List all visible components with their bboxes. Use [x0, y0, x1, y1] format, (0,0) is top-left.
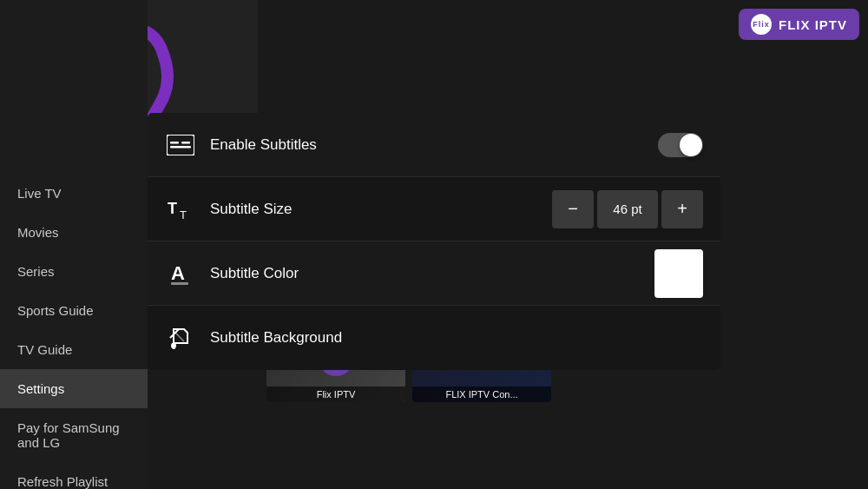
sidebar-item-live-tv[interactable]: Live TV [0, 174, 148, 213]
flix-logo-icon: Flix [751, 14, 772, 35]
size-decrease-button[interactable]: − [552, 190, 594, 228]
svg-rect-3 [170, 146, 191, 149]
sidebar-item-movies[interactable]: Movies [0, 213, 148, 252]
svg-text:A: A [171, 262, 185, 284]
sidebar-item-pay-samsung-lg[interactable]: Pay for SamSung and LG [0, 408, 148, 462]
subtitle-background-label: Subtitle Background [210, 329, 703, 347]
subtitle-color-swatch[interactable] [654, 249, 703, 298]
flix-iptv-logo: Flix FLIX IPTV [739, 9, 859, 40]
paint-bucket-icon [165, 322, 196, 354]
svg-text:T: T [180, 208, 187, 221]
subtitle-color-row: A Subtitle Color [148, 241, 720, 306]
svg-rect-1 [170, 142, 179, 144]
subtitles-icon [165, 129, 196, 161]
svg-rect-2 [181, 142, 190, 144]
subtitle-size-row: T T Subtitle Size − 46 pt + [148, 177, 720, 241]
sidebar-item-settings[interactable]: Settings [0, 369, 148, 408]
subtitle-size-controls: − 46 pt + [552, 190, 703, 228]
size-increase-button[interactable]: + [661, 190, 703, 228]
sidebar-item-refresh-playlist[interactable]: Refresh Playlist [0, 462, 148, 489]
thumbnail-2-label: FLIX IPTV Con... [412, 387, 551, 402]
sidebar: Live TV Movies Series Sports Guide TV Gu… [0, 0, 148, 489]
svg-rect-0 [167, 135, 194, 155]
sidebar-item-series[interactable]: Series [0, 252, 148, 291]
sidebar-item-tv-guide[interactable]: TV Guide [0, 330, 148, 369]
settings-modal: Enable Subtitles T T Subtitle Size − 46 … [148, 113, 720, 370]
thumbnail-1-label: Flix IPTV [266, 387, 405, 402]
svg-text:T: T [168, 200, 177, 217]
subtitle-color-label: Subtitle Color [210, 265, 654, 282]
text-size-icon: T T [165, 194, 196, 225]
sidebar-item-sports-guide[interactable]: Sports Guide [0, 291, 148, 330]
svg-rect-7 [171, 282, 188, 285]
enable-subtitles-toggle[interactable] [658, 133, 703, 157]
color-a-icon: A [165, 258, 196, 289]
enable-subtitles-row: Enable Subtitles [148, 113, 720, 177]
flix-brand-label: FLIX IPTV [779, 17, 847, 32]
enable-subtitles-label: Enable Subtitles [210, 136, 658, 154]
size-value-display: 46 pt [597, 190, 658, 228]
toggle-knob [680, 134, 702, 156]
subtitle-size-label: Subtitle Size [210, 201, 552, 218]
subtitle-background-row: Subtitle Background [148, 306, 720, 370]
